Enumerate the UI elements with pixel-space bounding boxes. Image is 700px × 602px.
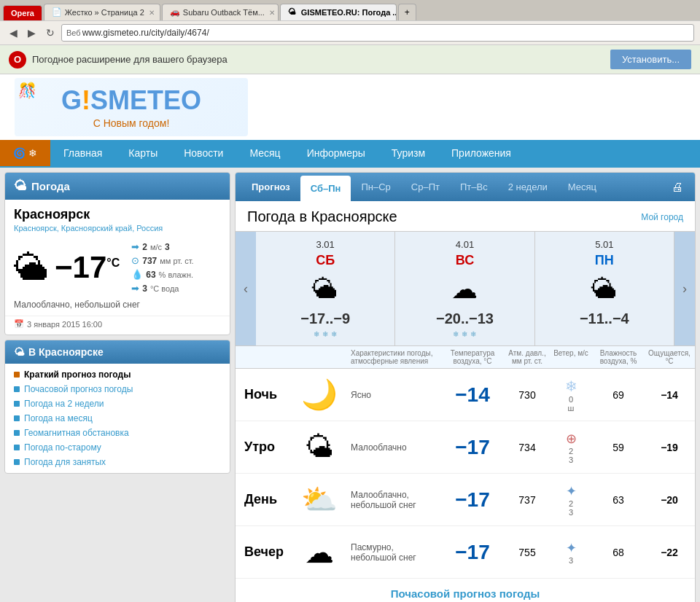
tab-2-close[interactable]: ✕ (269, 9, 275, 17)
day-2-icon: 🌥 (591, 274, 618, 305)
hourly-forecast-link[interactable]: Почасовой прогноз погоды (236, 579, 695, 602)
row-icon-night: 🌙 (294, 378, 345, 412)
promo-bar: O Погодное расширение для вашего браузер… (0, 45, 700, 74)
city-link-brief[interactable]: Краткий прогноз погоды (14, 370, 221, 380)
calendar-icon: 📅 (14, 319, 24, 329)
tab-2[interactable]: 🚗 Subaru Outback Тём... ✕ (162, 4, 279, 20)
table-row-day: День ⛅ Малооблачно, небольшой снег −17 7… (236, 474, 695, 526)
tab-pn-sr[interactable]: Пн–Ср (351, 174, 400, 200)
wind-star-icon-evening: ✦ (549, 540, 593, 556)
main-content: 🌤 Погода Красноярск Красноярск, Краснояр… (0, 168, 700, 602)
bullet-geomag (14, 430, 20, 436)
th-feels: Ощущается, °С (644, 349, 695, 365)
day-nav-next[interactable]: › (674, 232, 695, 345)
tab-sb-pn[interactable]: Сб–Пн (300, 176, 351, 201)
nav-item-tourism[interactable]: Туризм (378, 140, 438, 166)
table-row-evening: Вечер ☁ Пасмурно, небольшой снег −17 755… (236, 526, 695, 579)
city-link-2weeks[interactable]: Погода на 2 недели (14, 399, 221, 409)
install-button[interactable]: Установить... (610, 50, 691, 69)
day-nav-prev[interactable]: ‹ (236, 232, 256, 345)
url-bar[interactable]: Веб (61, 24, 694, 42)
tab-bar: Opera 📄 Жестко » Страница 2 ✕ 🚗 Subaru O… (0, 0, 700, 20)
confetti-icon: 🎊 (18, 82, 36, 99)
sidebar: 🌤 Погода Красноярск Красноярск, Краснояр… (4, 172, 230, 602)
th-temp: Температура воздуха, °С (440, 349, 505, 365)
nav-bar: ◀ ▶ ↻ Веб (0, 20, 700, 45)
tab-2-label: Subaru Outback Тём... (183, 8, 265, 17)
nav-item-maps[interactable]: Карты (115, 140, 171, 166)
my-city-link[interactable]: Мой город (641, 212, 683, 222)
nav-item-special[interactable]: 🌀 ❄ (0, 140, 50, 166)
row-temp-night: −14 (440, 383, 505, 407)
opera-tab[interactable]: Opera (3, 5, 42, 20)
row-pressure-night: 730 (505, 389, 549, 401)
th-desc: Характеристики погоды, атмосферные явлен… (345, 349, 440, 365)
city-link-busy[interactable]: Погода для занятых (14, 457, 221, 467)
nav-item-home[interactable]: Главная (50, 140, 115, 166)
wind-compass-icon-morning: ⊕ (549, 431, 593, 447)
tab-month[interactable]: Месяц (558, 174, 607, 200)
sidebar-city-header: 🌤 В Красноярске (5, 340, 230, 364)
wind-snowflake-icon: ❄ (549, 378, 593, 395)
tab-3-label: GISMETEO.RU: Погода ... (301, 8, 397, 17)
tab-1[interactable]: 📄 Жестко » Страница 2 ✕ (44, 4, 160, 20)
nav-item-apps[interactable]: Приложения (438, 140, 524, 166)
row-humidity-day: 63 (593, 494, 644, 506)
tab-sr-pt[interactable]: Ср–Пт (401, 174, 450, 200)
forecast-tabs: Прогноз Сб–Пн Пн–Ср Ср–Пт Пт–Вс 2 недели… (236, 173, 695, 201)
nav-item-informers[interactable]: Информеры (294, 140, 378, 166)
city-section-icon: 🌤 (14, 346, 24, 358)
day-cards: ‹ 3.01 СБ 🌥 −17..−9 ❄ ❄ ❄ 4.01 ВС ☁ −20.… (236, 231, 695, 346)
day-0-snow: ❄ ❄ ❄ (314, 330, 337, 338)
nav-item-news[interactable]: Новости (171, 140, 236, 166)
forecast-table-body: Ночь 🌙 Ясно −14 730 ❄ 0 ш 69 −14 Утро � (236, 369, 695, 579)
city-link-krai[interactable]: Красноярский край (61, 224, 132, 232)
promo-text: Погодное расширение для вашего браузера (32, 54, 604, 65)
back-button[interactable]: ◀ (6, 26, 21, 40)
day-0-icon: 🌥 (312, 274, 338, 305)
tab-3[interactable]: 🌤 GISMETEO.RU: Погода ... ✕ (280, 4, 397, 20)
row-label-night: Ночь (236, 387, 294, 402)
row-icon-day: ⛅ (294, 482, 345, 517)
row-wind-night: ❄ 0 ш (549, 378, 593, 413)
row-label-day: День (236, 492, 294, 507)
print-button[interactable]: 🖨 (666, 175, 689, 200)
pressure-detail: ⊙ 737 мм рт. ст. (131, 255, 193, 266)
table-header: Характеристики погоды, атмосферные явлен… (236, 346, 695, 369)
tab-2weeks[interactable]: 2 недели (498, 174, 558, 200)
day-card-0: 3.01 СБ 🌥 −17..−9 ❄ ❄ ❄ (256, 232, 395, 345)
new-tab-button[interactable]: + (398, 4, 416, 20)
current-weather-icon: 🌥 (14, 248, 49, 288)
snowflake-icon-4: ❄ (453, 330, 459, 338)
pressure-icon: ⊙ (131, 255, 139, 266)
row-label-evening: Вечер (236, 544, 294, 560)
tab-1-close[interactable]: ✕ (149, 9, 155, 17)
tab-forecast[interactable]: Прогноз (241, 174, 300, 200)
city-link-russia[interactable]: Россия (136, 224, 163, 232)
refresh-button[interactable]: ↻ (42, 26, 58, 40)
row-pressure-evening: 755 (505, 547, 549, 558)
nav-special-icon: ❄ (28, 147, 37, 159)
water-temp-detail: ➡ 3 °С вода (131, 283, 193, 294)
row-wind-val-night: 0 ш (549, 395, 593, 413)
url-input[interactable] (82, 28, 689, 38)
tab-pt-vs[interactable]: Пт–Вс (450, 174, 498, 200)
city-link-hourly[interactable]: Почасовой прогноз погоды (14, 384, 221, 394)
bullet-busy (14, 459, 20, 465)
sidebar-weather-title: Погода (31, 180, 70, 192)
row-humidity-evening: 68 (593, 547, 644, 558)
weather-description: Малооблачно, небольшой снег (5, 300, 230, 316)
forward-button[interactable]: ▶ (24, 26, 39, 40)
row-label-morning: Утро (236, 439, 294, 455)
city-link-month[interactable]: Погода на месяц (14, 413, 221, 423)
row-wind-morning: ⊕ 2 3 (549, 431, 593, 464)
bullet-old-style (14, 445, 20, 450)
day-0-date: 3.01 (316, 239, 335, 250)
row-humidity-morning: 59 (593, 442, 644, 453)
city-link-old-style[interactable]: Погода по-старому (14, 442, 221, 453)
city-link-krasnoyarsk[interactable]: Красноярск (14, 224, 57, 232)
row-icon-morning: 🌤 (294, 431, 345, 464)
wind-star-icon-day: ✦ (549, 483, 593, 499)
nav-item-month[interactable]: Месяц (236, 140, 293, 166)
city-link-geomag[interactable]: Геомагнитная обстановка (14, 428, 221, 438)
